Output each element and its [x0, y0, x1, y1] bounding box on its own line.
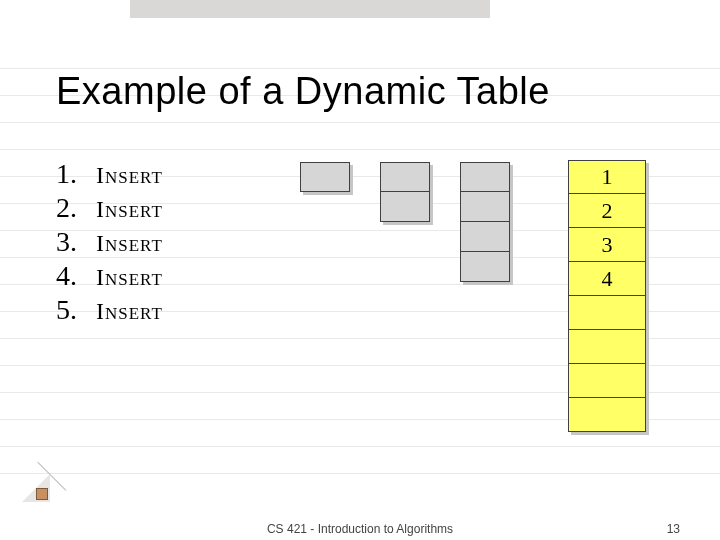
table-size-8: 1 2 3 4 [568, 160, 646, 432]
table-cell: 2 [568, 194, 646, 228]
list-number: 4. [56, 260, 96, 292]
table-cell: 3 [568, 228, 646, 262]
list-number: 1. [56, 158, 96, 190]
table-size-4 [460, 162, 510, 282]
table-size-2 [380, 162, 430, 222]
table-cell [568, 330, 646, 364]
list-item: 1. Insert [56, 158, 163, 192]
list-number: 3. [56, 226, 96, 258]
table-size-1 [300, 162, 350, 192]
footer-page: 13 [667, 522, 680, 536]
list-item: 4. Insert [56, 260, 163, 294]
list-number: 5. [56, 294, 96, 326]
slide-title: Example of a Dynamic Table [56, 70, 550, 113]
table-cell [568, 296, 646, 330]
list-op: Insert [96, 230, 163, 257]
table-cell [460, 252, 510, 282]
footer-course: CS 421 - Introduction to Algorithms [267, 522, 453, 536]
table-cell: 4 [568, 262, 646, 296]
table-cell: 1 [568, 160, 646, 194]
list-op: Insert [96, 162, 163, 189]
list-op: Insert [96, 298, 163, 325]
list-op: Insert [96, 196, 163, 223]
list-number: 2. [56, 192, 96, 224]
table-cell [460, 192, 510, 222]
table-cell [568, 364, 646, 398]
list-op: Insert [96, 264, 163, 291]
slide-top-bar [130, 0, 490, 18]
table-cell [300, 162, 350, 192]
table-cell [380, 162, 430, 192]
page-corner-icon [22, 474, 50, 502]
list-item: 5. Insert [56, 294, 163, 328]
table-cell [380, 192, 430, 222]
table-cell [460, 162, 510, 192]
list-item: 2. Insert [56, 192, 163, 226]
table-cell [568, 398, 646, 432]
list-item: 3. Insert [56, 226, 163, 260]
operation-list: 1. Insert 2. Insert 3. Insert 4. Insert … [56, 158, 163, 328]
table-cell [460, 222, 510, 252]
